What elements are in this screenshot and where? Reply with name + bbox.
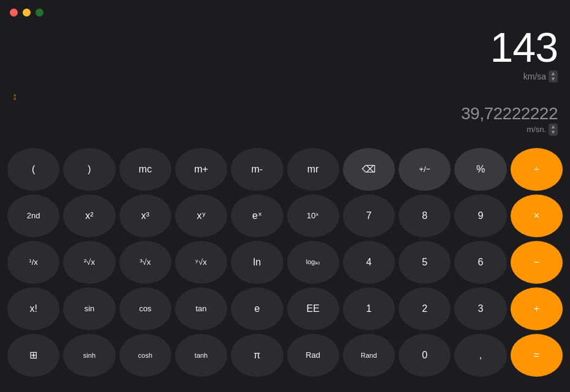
backspace-button[interactable]: ⌫: [343, 148, 395, 191]
btn-__x[interactable]: ¹/x: [7, 241, 59, 284]
btn-__x[interactable]: ²√x: [63, 241, 115, 284]
btn-__x[interactable]: ³√x: [119, 241, 171, 284]
calculator-icon-button[interactable]: ⊞: [7, 334, 59, 377]
btn-x_[interactable]: xʸ: [175, 194, 227, 237]
sub-unit-label: m/sn.: [527, 125, 546, 134]
sort-row: ↕: [0, 91, 570, 105]
btn-cosh[interactable]: cosh: [119, 334, 171, 377]
main-display-value: 143: [12, 24, 558, 70]
btn-log__[interactable]: log₁₀: [287, 241, 339, 284]
btn-mr[interactable]: mr: [287, 148, 339, 191]
btn-tan[interactable]: tan: [175, 287, 227, 330]
btn-_[interactable]: −: [511, 241, 563, 284]
btn-6[interactable]: 6: [454, 241, 506, 284]
btn-EE[interactable]: EE: [287, 287, 339, 330]
btn-sinh[interactable]: sinh: [63, 334, 115, 377]
btn-cos[interactable]: cos: [119, 287, 171, 330]
buttons-grid: ()mcm+m-mr⌫+/−%÷2ndx²x³xʸeˣ10ˣ789×¹/x²√x…: [0, 143, 570, 383]
btn-_[interactable]: ÷: [511, 148, 563, 191]
btn-___[interactable]: +/−: [399, 148, 451, 191]
close-button[interactable]: [10, 9, 18, 17]
btn-m_[interactable]: m-: [231, 148, 283, 191]
btn-x_[interactable]: x³: [119, 194, 171, 237]
btn-Rand[interactable]: Rand: [343, 334, 395, 377]
sub-unit-selector[interactable]: ▲ ▼: [549, 124, 558, 136]
btn-1[interactable]: 1: [343, 287, 395, 330]
minimize-button[interactable]: [23, 9, 31, 17]
sub-display-area: 39,72222222 m/sn. ▲ ▼: [0, 105, 570, 143]
btn-3[interactable]: 3: [454, 287, 506, 330]
sub-display-value: 39,72222222: [12, 105, 558, 124]
btn-x_[interactable]: x!: [7, 287, 59, 330]
btn-_[interactable]: +: [511, 287, 563, 330]
title-bar: [0, 0, 570, 24]
btn-4[interactable]: 4: [343, 241, 395, 284]
btn-5[interactable]: 5: [399, 241, 451, 284]
btn-_[interactable]: ): [63, 148, 115, 191]
btn-_[interactable]: %: [454, 148, 506, 191]
main-unit-selector[interactable]: ▲ ▼: [549, 70, 558, 83]
btn-_[interactable]: π: [231, 334, 283, 377]
btn-10_[interactable]: 10ˣ: [287, 194, 339, 237]
btn-__x[interactable]: ʸ√x: [175, 241, 227, 284]
btn-0[interactable]: 0: [399, 334, 451, 377]
maximize-button[interactable]: [36, 9, 43, 17]
btn-9[interactable]: 9: [454, 194, 506, 237]
btn-ln[interactable]: ln: [231, 241, 283, 284]
btn-Rad[interactable]: Rad: [287, 334, 339, 377]
btn-tanh[interactable]: tanh: [175, 334, 227, 377]
btn-2nd[interactable]: 2nd: [7, 194, 59, 237]
btn-7[interactable]: 7: [343, 194, 395, 237]
buttons-row-1: 2ndx²x³xʸeˣ10ˣ789×: [7, 194, 563, 237]
display-area: 143 km/sa ▲ ▼: [0, 24, 570, 91]
btn-_[interactable]: ,: [454, 334, 506, 377]
main-unit-label: km/sa: [523, 72, 546, 81]
btn-m_[interactable]: m+: [175, 148, 227, 191]
btn-e_[interactable]: eˣ: [231, 194, 283, 237]
buttons-row-3: x!sincostaneEE123+: [7, 287, 563, 330]
traffic-lights: [10, 9, 43, 17]
btn-2[interactable]: 2: [399, 287, 451, 330]
buttons-row-2: ¹/x²√x³√xʸ√xlnlog₁₀456−: [7, 241, 563, 284]
btn-e[interactable]: e: [231, 287, 283, 330]
btn-8[interactable]: 8: [399, 194, 451, 237]
btn-mc[interactable]: mc: [119, 148, 171, 191]
btn-x_[interactable]: x²: [63, 194, 115, 237]
buttons-row-4: ⊞sinhcoshtanhπRadRand0,=: [7, 334, 563, 377]
buttons-row-0: ()mcm+m-mr⌫+/−%÷: [7, 148, 563, 191]
btn-_[interactable]: =: [511, 334, 563, 377]
btn-sin[interactable]: sin: [63, 287, 115, 330]
btn-_[interactable]: ×: [511, 194, 563, 237]
btn-_[interactable]: (: [7, 148, 59, 191]
sort-icon[interactable]: ↕: [12, 91, 17, 102]
